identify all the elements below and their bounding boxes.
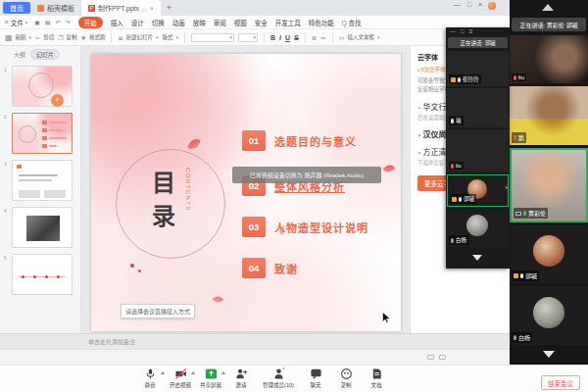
mini-video-cailingling[interactable]: 蔡玲玲 — [447, 51, 509, 86]
tab-insert[interactable]: 插入 — [111, 18, 123, 27]
redo-icon[interactable]: ↷ — [66, 19, 71, 25]
docer-icon — [37, 5, 44, 12]
tab-review[interactable]: 审阅 — [214, 18, 226, 27]
share-screen-label: 共享屏幕 — [200, 381, 221, 389]
home-button[interactable]: 首页 — [3, 2, 30, 14]
close-icon[interactable]: × — [478, 1, 482, 8]
tab-features[interactable]: 特色功能 — [309, 18, 334, 27]
tab-animation[interactable]: 动画 — [172, 18, 185, 27]
strikethrough-button[interactable]: S — [294, 34, 299, 41]
tab-security[interactable]: 安全 — [255, 18, 268, 27]
chevron-up-icon[interactable] — [191, 371, 195, 374]
tab-design[interactable]: 设计 — [131, 18, 144, 27]
maximize-icon[interactable]: □ — [461, 28, 465, 36]
format-painter-label: 格式刷 — [89, 33, 106, 41]
share-screen-button[interactable]: 共享屏幕 — [198, 368, 223, 389]
tab-devtools[interactable]: 开发工具 — [275, 18, 301, 27]
find-button[interactable]: 查找 — [342, 18, 362, 27]
slide-number: 2 — [4, 114, 7, 120]
tab-home[interactable]: 开始 — [78, 17, 103, 28]
slide-canvas[interactable]: 目 录 CONTENTS 01 选题目的与意义 02 整体风格分析 — [81, 46, 410, 333]
participant-label: 白杨 — [512, 332, 532, 343]
current-slide[interactable]: 目 录 CONTENTS 01 选题目的与意义 02 整体风格分析 — [91, 54, 401, 331]
participant-name: 郭毓 — [525, 271, 537, 280]
mini-video-baiyang[interactable]: 白杨 — [447, 210, 509, 247]
slide-thumbnail-2-selected[interactable] — [12, 113, 73, 154]
collapse-down-icon[interactable] — [543, 351, 555, 358]
slide-thumbnail-3[interactable] — [12, 160, 73, 201]
print-icon[interactable]: ▤ — [45, 19, 51, 25]
minimize-icon[interactable]: — — [454, 1, 461, 8]
video-tile-huangcailun-speaking[interactable]: 黄彩伦 — [510, 148, 588, 222]
expand-arrow-icon[interactable]: › — [505, 183, 508, 192]
video-tile-guoyu-avatar[interactable]: 郭毓 — [510, 225, 588, 283]
align-left-icon[interactable]: ≣ — [312, 34, 317, 41]
bold-button[interactable]: B — [270, 34, 275, 41]
maximize-icon[interactable]: □ — [467, 1, 471, 8]
mini-video-guoyu-speaking[interactable]: › 郭毓 — [447, 174, 509, 207]
slide-thumbnail-4[interactable] — [12, 207, 73, 248]
tab-slideshow[interactable]: 放映 — [193, 18, 206, 27]
mini-participant-window[interactable]: — □ ≡ 正在讲话: 郭毓 蔡玲玲 琳 liu › — [446, 27, 510, 269]
collapse-down-icon[interactable] — [472, 255, 482, 261]
slide-number: 4 — [4, 208, 7, 214]
underline-button[interactable]: U — [285, 34, 290, 41]
notes-bar[interactable]: 单击此处添加备注 — [0, 333, 510, 349]
file-menu[interactable]: 文件 — [5, 18, 27, 27]
tab-outline[interactable]: 大纲 — [14, 50, 25, 59]
add-slide-button[interactable]: + — [51, 94, 64, 107]
insert-textbox-button[interactable]: ▭插入文本框 — [339, 33, 380, 41]
font-size-select[interactable] — [238, 33, 258, 42]
tab-document[interactable]: P 制作PPT.pptx △ × — [81, 0, 161, 16]
start-video-button[interactable]: 开启视频 — [168, 368, 193, 389]
tab-view[interactable]: 视图 — [234, 18, 247, 27]
cut-button[interactable]: ✂剪切 — [35, 33, 54, 41]
record-button[interactable]: 录制 — [333, 368, 359, 389]
chat-button[interactable]: 聊天 — [303, 368, 328, 389]
paste-button[interactable]: ▦粘贴 — [5, 33, 31, 42]
divider — [184, 32, 185, 43]
save-icon[interactable]: ▣ — [34, 19, 40, 25]
font-select[interactable] — [191, 33, 234, 42]
bullet-list-icon[interactable]: ≔ — [320, 34, 326, 41]
menu-icon[interactable]: ≡ — [469, 28, 473, 36]
decorative-dot — [22, 275, 24, 278]
italic-button[interactable]: I — [279, 34, 281, 41]
minimize-icon[interactable]: — — [450, 28, 456, 36]
tab-slides[interactable]: 幻灯片 — [30, 49, 60, 60]
mini-video-liu[interactable]: liu — [447, 129, 509, 172]
undo-icon[interactable]: ↶ — [56, 19, 61, 25]
tab-close-icon[interactable]: × — [150, 5, 154, 12]
decorative-line — [19, 179, 52, 181]
slide-thumbnail-5[interactable] — [12, 254, 73, 295]
decorative-image-block — [26, 216, 60, 241]
decorative-line — [49, 122, 67, 123]
mic-icon — [144, 368, 157, 380]
decorative-line — [19, 174, 58, 176]
new-tab-button[interactable]: + — [167, 3, 172, 13]
mute-button[interactable]: 静音 — [137, 368, 163, 389]
layout-button[interactable]: 版式 — [163, 33, 179, 41]
invite-button[interactable]: 邀请 — [228, 368, 254, 389]
notes-placeholder: 单击此处添加备注 — [88, 337, 135, 346]
video-tile-liu[interactable]: liu — [510, 35, 588, 83]
tab-docer[interactable]: 稻壳模板 — [30, 0, 81, 16]
participant-name: 黄彩伦 — [528, 209, 546, 218]
docs-button[interactable]: 文档 — [364, 368, 389, 389]
new-slide-button[interactable]: ⊞新建幻灯片 — [118, 33, 158, 41]
video-tile-baiyang-avatar[interactable]: 白杨 — [510, 286, 588, 345]
collapse-up-icon[interactable] — [542, 4, 554, 11]
chevron-up-icon[interactable] — [161, 371, 165, 374]
view-mode-icon[interactable] — [427, 355, 434, 360]
copy-button[interactable]: ❐复制 — [58, 33, 76, 41]
video-tile-e[interactable]: 鹅 — [510, 86, 588, 145]
chevron-up-icon[interactable] — [221, 371, 225, 374]
account-avatar[interactable] — [488, 2, 496, 10]
end-meeting-button[interactable]: 结束会议 — [541, 375, 580, 390]
tab-transition[interactable]: 切换 — [152, 18, 165, 27]
mini-video-lin[interactable]: 琳 — [447, 88, 509, 127]
zoom-control-icon[interactable] — [439, 355, 446, 360]
format-painter-button[interactable]: ❖格式刷 — [81, 33, 106, 41]
speaking-toast: 正在讲话: 黄彩伦 郭毓 — [512, 18, 586, 31]
manage-members-button[interactable]: 管理成员(10) — [259, 368, 298, 389]
